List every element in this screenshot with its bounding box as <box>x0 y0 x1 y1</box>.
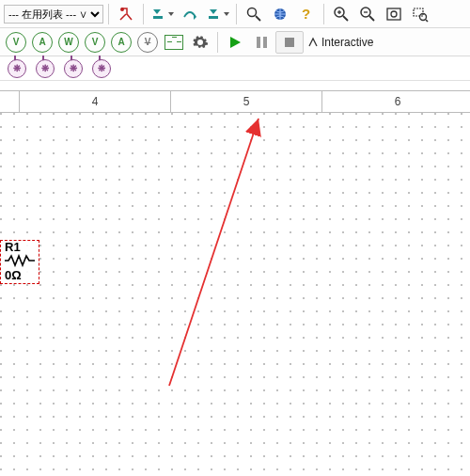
run-button[interactable] <box>223 32 247 53</box>
probe-icon[interactable]: ❋ <box>33 58 57 79</box>
svg-point-0 <box>120 8 124 11</box>
help-icon[interactable]: ? <box>294 4 319 24</box>
disable-voltmeter-icon[interactable]: V <box>135 32 160 53</box>
pause-button[interactable] <box>249 32 274 53</box>
settings-icon[interactable] <box>188 32 212 53</box>
step-in-icon[interactable] <box>149 4 176 24</box>
ruler-segment: 5 <box>171 91 322 112</box>
zoom-selection-icon[interactable] <box>408 4 432 24</box>
sim-mode-label: Interactive <box>306 32 379 53</box>
resistor-symbol-icon <box>5 254 35 267</box>
inuse-list-dropdown[interactable]: --- 在用列表 --- ∨ <box>4 5 103 24</box>
annotation-arrow-icon <box>0 113 470 476</box>
horizontal-ruler: 4 5 6 <box>0 90 470 113</box>
schematic-canvas[interactable]: R1 0Ω <box>0 113 470 476</box>
wattmeter-icon[interactable]: W <box>56 32 81 53</box>
svg-rect-2 <box>209 16 218 19</box>
svg-line-8 <box>343 16 348 21</box>
ammeter-icon[interactable]: A <box>30 32 55 53</box>
break-icon[interactable] <box>114 4 138 24</box>
resistor-component[interactable]: R1 0Ω <box>0 240 39 284</box>
svg-text:?: ? <box>302 6 310 22</box>
component-ref: R1 <box>5 241 35 253</box>
find-icon[interactable] <box>242 4 266 24</box>
probe-icon[interactable]: ❋ <box>89 58 114 79</box>
add-voltmeter-icon[interactable]: V <box>83 32 107 53</box>
svg-rect-1 <box>153 16 163 19</box>
simulation-toolbar: V A W V A V Interactive <box>0 28 470 56</box>
svg-rect-14 <box>387 8 400 20</box>
refresh-ammeter-icon[interactable]: A <box>109 32 133 53</box>
probe-row: ❋ ❋ ❋ ❋ <box>0 56 470 81</box>
stop-button[interactable] <box>275 31 304 54</box>
svg-line-22 <box>169 119 258 386</box>
component-value: 0Ω <box>5 269 35 281</box>
voltmeter-icon[interactable]: V <box>4 32 28 53</box>
step-out-icon[interactable] <box>204 4 231 24</box>
zoom-fit-icon[interactable] <box>382 4 406 24</box>
main-toolbar: --- 在用列表 --- ∨ ? <box>0 0 470 28</box>
svg-rect-20 <box>263 37 267 48</box>
svg-rect-19 <box>257 37 260 48</box>
zoom-in-icon[interactable] <box>329 4 353 24</box>
probe-icon[interactable]: ❋ <box>5 58 29 79</box>
svg-point-15 <box>391 11 397 17</box>
pulse-icon[interactable] <box>162 32 186 53</box>
probe-icon[interactable]: ❋ <box>61 58 86 79</box>
zoom-out-icon[interactable] <box>355 4 380 24</box>
svg-line-18 <box>426 20 428 22</box>
ruler-segment: 6 <box>322 91 470 112</box>
svg-rect-16 <box>414 8 423 16</box>
svg-rect-21 <box>285 38 294 47</box>
svg-line-12 <box>369 16 374 21</box>
svg-line-4 <box>256 16 260 21</box>
step-over-icon[interactable] <box>178 4 202 24</box>
ruler-segment: 4 <box>20 91 171 112</box>
globe-icon[interactable] <box>268 4 292 24</box>
svg-point-3 <box>248 8 257 16</box>
